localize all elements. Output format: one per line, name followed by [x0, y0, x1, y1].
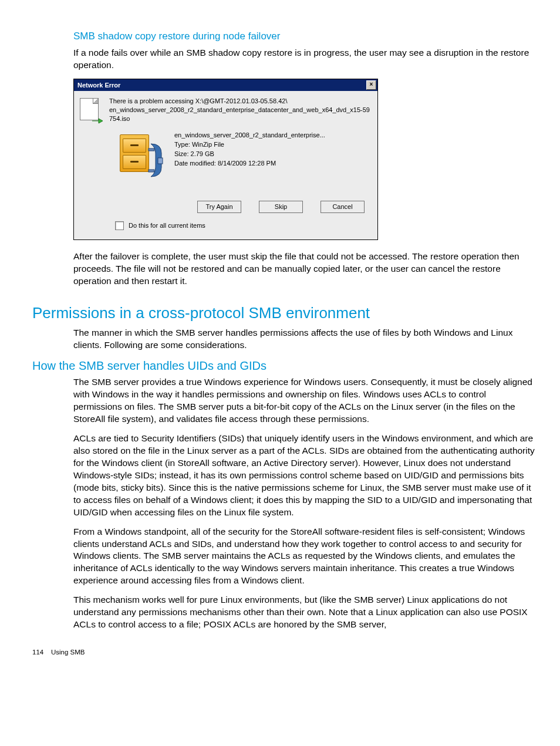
- paragraph: ACLs are tied to Security Identifiers (S…: [73, 433, 537, 518]
- dialog-titlebar: Network Error ×: [74, 79, 377, 91]
- do-for-all-checkbox[interactable]: [115, 221, 124, 230]
- paragraph: The SMB server provides a true Windows e…: [73, 376, 537, 426]
- try-again-button[interactable]: Try Again: [197, 201, 241, 213]
- paragraph: After the failover is complete, the user…: [73, 251, 537, 288]
- paragraph: If a node fails over while an SMB shadow…: [73, 47, 537, 72]
- heading-permissions: Permissions in a cross-protocol SMB envi…: [32, 304, 537, 322]
- svg-rect-2: [158, 158, 163, 164]
- page-number: 114: [32, 649, 43, 656]
- winzip-file-icon: [115, 131, 165, 190]
- paragraph: From a Windows standpoint, all of the se…: [73, 526, 537, 588]
- page-footer: 114 Using SMB: [32, 649, 537, 656]
- file-size: Size: 2.79 GB: [174, 150, 325, 159]
- svg-rect-1: [149, 170, 154, 172]
- problem-path-2: en_windows_server_2008_r2_standard_enter…: [109, 106, 370, 122]
- file-metadata: en_windows_server_2008_r2_standard_enter…: [174, 131, 325, 168]
- problem-path-1: There is a problem accessing X:\@GMT-201…: [109, 97, 287, 104]
- dialog-title: Network Error: [77, 82, 120, 89]
- heading-shadow-copy: SMB shadow copy restore during node fail…: [73, 31, 537, 42]
- chapter-name: Using SMB: [51, 649, 85, 656]
- document-move-icon: [80, 98, 102, 124]
- cancel-button[interactable]: Cancel: [321, 201, 365, 213]
- skip-button[interactable]: Skip: [259, 201, 303, 213]
- svg-rect-0: [149, 148, 154, 151]
- file-name: en_windows_server_2008_r2_standard_enter…: [174, 131, 325, 140]
- file-type: Type: WinZip File: [174, 140, 325, 150]
- paragraph: This mechanism works well for pure Linux…: [73, 594, 537, 631]
- close-icon[interactable]: ×: [366, 80, 376, 90]
- checkbox-label: Do this for all current items: [129, 222, 205, 229]
- paragraph: The manner in which the SMB server handl…: [73, 327, 537, 352]
- file-date: Date modified: 8/14/2009 12:28 PM: [174, 159, 325, 168]
- network-error-dialog: Network Error × There is a problem acces…: [73, 79, 378, 240]
- heading-uids-gids: How the SMB server handles UIDs and GIDs: [32, 359, 537, 373]
- dialog-message: There is a problem accessing X:\@GMT-201…: [109, 97, 372, 123]
